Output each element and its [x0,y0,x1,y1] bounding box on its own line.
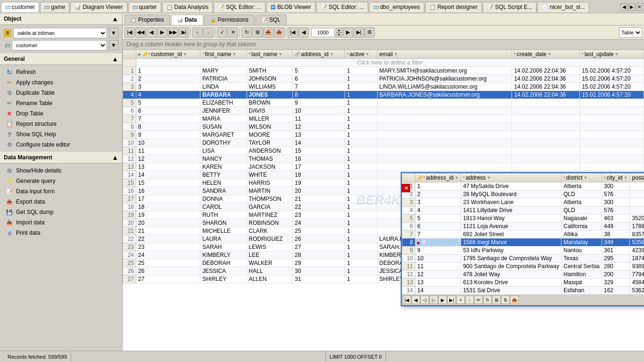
tab-close-button[interactable]: ✕ [636,3,643,11]
sub-cell-city-id[interactable]: 463 [602,214,630,222]
last-page-button[interactable]: ▶| [354,27,364,38]
cell-active[interactable]: 1 [345,219,377,227]
sub-cell-address-id[interactable]: 11 [415,263,461,271]
sub-filter-1[interactable]: ▼ [454,175,459,180]
sub-cell-address[interactable]: 53 Idfu Parkway [461,247,561,255]
cell-address-id[interactable]: 19 [293,179,345,187]
cell-customer-id[interactable]: 3 [136,83,200,91]
cell-active[interactable]: 1 [345,91,377,99]
cell-customer-id[interactable]: 17 [136,195,200,203]
cell-address-id[interactable]: 28 [293,251,345,259]
cell-address-id[interactable]: 21 [293,195,345,203]
cell-first-name[interactable]: PATRICIA [200,75,247,83]
cell-email[interactable] [377,155,512,163]
col-filter-icon-4[interactable]: ▼ [330,52,334,57]
cell-first-name[interactable]: KIMBERLY [200,251,247,259]
cell-active[interactable]: 1 [345,179,377,187]
table-row[interactable]: 12 12 NANCY THOMAS 16 1 [123,155,644,163]
grid-container[interactable]: BER4KA ▶ 🔑 * customer_id ▼ [123,49,644,351]
page-forward-button[interactable]: ▶ [343,27,353,38]
cell-last-name[interactable]: WILSON [247,123,293,131]
cell-active[interactable]: 1 [345,147,377,155]
cell-first-name[interactable]: MICHELLE [200,227,247,235]
col-address-id[interactable]: 🔗 address_id ▼ [293,50,345,59]
table-dropdown-button[interactable]: ▼ [109,40,118,50]
data-mgmt-collapse-button[interactable]: ▲ [112,154,118,161]
sub-cell-city-id[interactable]: 280 [602,263,630,271]
tab-quarter[interactable]: 🗃 quarter [128,2,161,12]
tab-data[interactable]: 📊 Data [171,15,203,25]
sub-cell-postal[interactable]: 83579 [630,230,644,239]
cell-customer-id[interactable]: 22 [136,235,200,243]
cell-customer-id[interactable]: 25 [136,259,200,267]
sub-refresh-button[interactable]: ↻ [483,296,492,304]
cell-last-name[interactable]: MOORE [247,131,293,139]
sub-cell-district[interactable]: Texas [561,255,602,263]
cell-customer-id[interactable]: 7 [136,115,200,123]
cell-email[interactable] [377,99,512,107]
cell-email[interactable] [377,139,512,147]
cell-customer-id[interactable]: 1 [136,67,200,75]
cell-customer-id[interactable]: 23 [136,243,200,251]
col-filter-icon-3[interactable]: ▼ [278,52,282,57]
cell-last-update[interactable]: 15.02.2006 4:57:20 [580,75,644,83]
filter-button[interactable]: ⊞ [252,27,263,38]
cell-first-name[interactable]: DONNA [200,195,247,203]
table-row[interactable]: 1 1 MARY SMITH 5 1 MARY.SMITH@sakilacust… [123,67,644,75]
cell-last-update[interactable] [580,123,644,131]
col-filter-icon-8[interactable]: ▼ [615,52,619,57]
sub-cell-city-id[interactable]: 349 [602,239,630,247]
cell-address-id[interactable]: 29 [293,259,345,267]
cell-first-name[interactable]: JESSICA [200,267,247,275]
cell-address-id[interactable]: 16 [293,155,345,163]
sub-cell-postal[interactable]: 53628 [630,287,644,295]
cell-active[interactable]: 1 [345,163,377,171]
cell-last-name[interactable]: DAVIS [247,107,293,115]
sql-help-menu-item[interactable]: ? Show SQL Help [0,129,122,140]
add-row-button[interactable]: + [192,27,203,38]
cell-customer-id[interactable]: 5 [136,99,200,107]
sub-prev-row-button[interactable]: ◁ [421,296,429,304]
cell-active[interactable]: 1 [345,155,377,163]
sub-cell-address-id[interactable]: 12 [415,271,461,279]
general-collapse-button[interactable]: ▲ [112,55,118,63]
sub-cell-address-id[interactable]: 9 [415,247,461,255]
cell-create-date[interactable]: 14.02.2006 22:04:36 [512,67,580,75]
sub-cell-address-id[interactable]: 3 [415,198,461,206]
cell-last-name[interactable]: JONES [247,91,293,99]
cell-active[interactable]: 1 [345,171,377,179]
sub-cell-city-id[interactable]: 576 [602,190,630,198]
cell-address-id[interactable]: 23 [293,211,345,219]
sub-cell-city-id[interactable]: 449 [602,222,630,230]
sub-cell-city-id[interactable]: 295 [602,255,630,263]
cell-first-name[interactable]: DEBORAH [200,259,247,267]
cell-active[interactable]: 1 [345,267,377,275]
cell-active[interactable]: 1 [345,227,377,235]
sub-cell-address[interactable]: 692 Joliet Street [461,230,561,239]
cell-customer-id[interactable]: 9 [136,131,200,139]
data-input-form-menu-item[interactable]: 📝 Data input form [0,186,122,197]
duplicate-table-menu-item[interactable]: ⧉ Duplicate Table [0,88,122,98]
settings-button[interactable]: ⚙ [364,27,375,38]
sub-table-row[interactable]: 7 7 692 Joliet Street Attika 38 83579 44… [402,230,644,239]
sub-edit-button[interactable]: ✏ [474,296,483,304]
sub-table-row[interactable]: 14 14 1531 Sal Drive Esfahan 162 53628 6… [402,287,644,295]
export-button[interactable]: 📤 [263,27,273,38]
col-customer-id[interactable]: ▶ 🔑 * customer_id ▼ [136,50,200,59]
cell-first-name[interactable]: RUTH [200,211,247,219]
sub-cell-postal[interactable] [630,190,644,198]
report-structure-menu-item[interactable]: 📋 Report structure [0,119,122,129]
table-row[interactable]: 11 11 LISA ANDERSON 15 1 [123,147,644,155]
cell-create-date[interactable]: 14.02.2006 22:04:36 [512,91,580,99]
sub-col-address-id[interactable]: 🔑 * address_id ▼ [415,173,461,182]
cell-customer-id[interactable]: 19 [136,211,200,219]
export-data-menu-item[interactable]: 📤 Export data [0,197,122,207]
limit-down-button[interactable]: ▼ [336,33,342,37]
cell-last-name[interactable]: MARTINEZ [247,211,293,219]
cell-last-name[interactable]: HALL [247,267,293,275]
tab-dbo-employees[interactable]: 🗃 dbo_employees [369,2,424,12]
cell-customer-id[interactable]: 21 [136,227,200,235]
prev-row-button[interactable]: ◀ [146,27,157,38]
tab-nicer[interactable]: 📄 nicer_but_sl... [537,2,589,12]
cell-first-name[interactable]: MARY [200,67,247,75]
